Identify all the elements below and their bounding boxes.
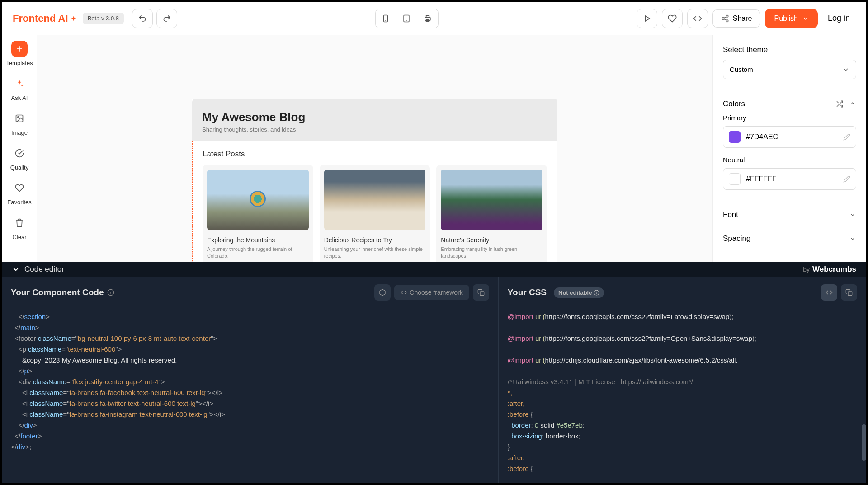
choose-framework-button[interactable]: Choose framework <box>394 285 469 300</box>
logo-text: Frontend AI <box>13 13 68 24</box>
login-button[interactable]: Log in <box>822 10 855 27</box>
colors-section: Colors Primary #7D4AEC Neutral #FFFFFF <box>723 90 856 190</box>
check-circle-icon <box>15 149 24 158</box>
play-button[interactable] <box>637 9 657 28</box>
play-icon <box>642 14 651 23</box>
colors-label[interactable]: Colors <box>723 99 856 108</box>
chevron-down-icon <box>849 211 856 218</box>
desktop-view-button[interactable] <box>417 9 438 28</box>
info-icon <box>594 290 599 296</box>
css-title: Your CSS Not editable <box>508 287 604 298</box>
right-panel: Select theme Custom Colors Primary <box>712 35 866 262</box>
logo[interactable]: Frontend AI ✦ <box>13 13 76 24</box>
theme-section: Select theme Custom <box>723 45 856 79</box>
copy-button[interactable] <box>473 284 489 301</box>
beta-badge: Beta v 3.0.8 <box>83 13 124 24</box>
share-icon <box>721 14 729 23</box>
code-editor-header: Code editor by Webcrumbs <box>2 262 866 277</box>
redo-button[interactable] <box>156 9 177 28</box>
share-label: Share <box>733 14 752 23</box>
sidebar-label: Ask AI <box>11 94 28 101</box>
code-button[interactable] <box>687 9 708 28</box>
svg-point-8 <box>726 15 728 17</box>
publish-button[interactable]: Publish <box>765 9 817 28</box>
publish-label: Publish <box>774 14 797 23</box>
css-code-area[interactable]: @import url(https://fonts.googleapis.com… <box>499 308 866 483</box>
theme-select[interactable]: Custom <box>723 60 856 79</box>
sidebar-label: Favorites <box>7 199 31 206</box>
sidebar-item-templates[interactable]: Templates <box>6 41 33 66</box>
scrollbar-thumb[interactable] <box>862 424 866 461</box>
sidebar-item-clear[interactable]: Clear <box>11 215 28 240</box>
chevron-down-icon <box>12 265 20 273</box>
blog-subtitle: Sharing thoughts, stories, and ideas <box>202 126 547 133</box>
tablet-view-button[interactable] <box>396 9 417 28</box>
post-card[interactable]: Exploring the Mountains A journey throug… <box>203 165 313 262</box>
sidebar-item-favorites[interactable]: Favorites <box>7 180 31 206</box>
post-card[interactable]: Delicious Recipes to Try Unleashing your… <box>320 165 430 262</box>
share-button[interactable]: Share <box>712 9 761 28</box>
chevron-down-icon <box>842 66 849 73</box>
redo-icon <box>162 14 171 23</box>
code-editor-toggle[interactable]: Code editor <box>12 265 64 274</box>
blog-header: My Awesome Blog Sharing thoughts, storie… <box>192 99 557 141</box>
package-button[interactable] <box>374 284 391 301</box>
chevron-up-icon[interactable] <box>849 100 856 107</box>
code-icon <box>693 14 702 23</box>
box-icon <box>379 289 386 296</box>
primary-color-picker[interactable]: #7D4AEC <box>723 126 856 148</box>
copy-css-button[interactable] <box>841 284 857 301</box>
sidebar-item-image[interactable]: Image <box>11 110 28 136</box>
neutral-color-picker[interactable]: #FFFFFF <box>723 168 856 190</box>
svg-point-9 <box>722 17 724 19</box>
color-value: #FFFFFF <box>746 175 777 183</box>
sparkle-icon: ✦ <box>71 15 76 22</box>
undo-redo-group <box>132 9 177 28</box>
copy-icon <box>477 289 485 296</box>
settings-button[interactable] <box>821 284 837 301</box>
undo-button[interactable] <box>132 9 153 28</box>
svg-rect-23 <box>480 292 484 296</box>
posts-row: Exploring the Mountains A journey throug… <box>203 165 547 262</box>
component-code-area[interactable]: </section> </main> <footer className="bg… <box>2 308 498 483</box>
theme-label: Select theme <box>723 45 856 54</box>
viewport-group <box>375 9 439 28</box>
shuffle-icon[interactable] <box>835 100 844 108</box>
app-header: Frontend AI ✦ Beta v 3.0.8 Share Publish <box>2 2 866 35</box>
sidebar-item-quality[interactable]: Quality <box>10 145 28 171</box>
plus-icon <box>15 44 24 53</box>
svg-point-16 <box>18 117 19 118</box>
post-card[interactable]: Nature's Serenity Embracing tranquility … <box>436 165 547 262</box>
primary-label: Primary <box>723 114 856 122</box>
svg-point-10 <box>726 20 728 22</box>
sidebar-item-ask-ai[interactable]: Ask AI <box>11 75 28 101</box>
sidebar-label: Quality <box>10 164 28 171</box>
canvas[interactable]: My Awesome Blog Sharing thoughts, storie… <box>37 35 712 262</box>
chevron-down-icon <box>849 235 856 242</box>
post-title: Exploring the Mountains <box>207 236 309 244</box>
info-icon[interactable] <box>107 289 114 296</box>
chevron-down-icon <box>802 15 809 22</box>
svg-line-11 <box>724 19 726 20</box>
edit-icon[interactable] <box>843 133 850 141</box>
svg-marker-7 <box>645 16 649 21</box>
spacing-label: Spacing <box>723 234 750 243</box>
font-section[interactable]: Font <box>723 201 856 219</box>
svg-line-12 <box>724 16 726 18</box>
mobile-icon <box>381 14 390 23</box>
post-desc: A journey through the rugged terrain of … <box>207 246 309 260</box>
spacing-section[interactable]: Spacing <box>723 225 856 243</box>
code-editor: Code editor by Webcrumbs Your Component … <box>2 262 866 483</box>
edit-icon[interactable] <box>843 175 850 183</box>
theme-value: Custom <box>730 66 753 73</box>
neutral-label: Neutral <box>723 156 856 164</box>
code-icon <box>826 289 833 296</box>
code-icon <box>401 289 407 296</box>
not-editable-badge: Not editable <box>554 287 604 298</box>
post-title: Nature's Serenity <box>441 236 542 244</box>
sidebar-label: Templates <box>6 60 33 66</box>
mobile-view-button[interactable] <box>376 9 396 28</box>
undo-icon <box>138 14 147 23</box>
blog-body[interactable]: Latest Posts Exploring the Mountains A j… <box>192 141 557 262</box>
favorite-button[interactable] <box>662 9 683 28</box>
